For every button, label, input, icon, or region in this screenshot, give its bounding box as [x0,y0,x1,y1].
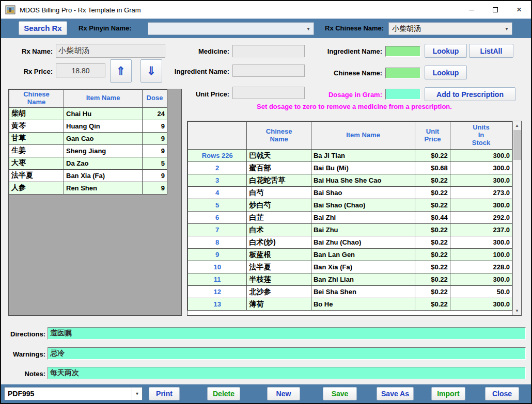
list-all-button[interactable]: ListAll [469,44,513,58]
item-name-cell: Bo He [311,298,415,311]
add-to-prescription-button[interactable]: Add to Prescription [425,87,515,101]
scrollbar-thumb[interactable] [513,130,521,160]
vertical-scrollbar[interactable]: ▲ ▼ [512,121,521,315]
chinese-name-cell: 大枣 [9,157,64,169]
rx-chinese-label: Rx Chinese Name: [325,19,384,38]
printer-combo[interactable]: PDF995 ▾ [4,387,143,400]
row-number-cell: 12 [188,286,247,298]
medicine-row[interactable]: 2 蜜百部 Bai Bu (Mi) $0.68 300.0 [188,162,512,174]
rx-pinyin-label: Rx Pinyin Name: [79,19,132,38]
new-button[interactable]: New [267,387,300,400]
close-button[interactable]: × [507,1,531,19]
price-up-button[interactable]: ⇑ [110,59,132,83]
chinese-name-cell: 柴胡 [9,107,64,120]
medicine-header-row: Chinese Name Item Name Unit Price Units … [188,122,512,150]
prescription-row[interactable]: 人参 Ren Shen 9 [9,182,167,194]
prescription-row[interactable]: 法半夏 Ban Xia (Fa) 9 [9,169,167,182]
item-name-cell: Bei Sha Shen [311,286,415,298]
prescription-row[interactable]: 柴胡 Chai Hu 24 [9,107,167,120]
chinese-name-cell: 板蓝根 [247,249,311,261]
import-button[interactable]: Import [431,387,465,400]
medicine-row[interactable]: 3 白花蛇舌草 Bai Hua She She Cao $0.22 300.0 [188,174,512,187]
window-title: MDOS Billing Pro - Rx Template in Gram [20,6,141,14]
unit-price-cell: $0.22 [415,236,450,249]
units-in-stock-cell: 300.0 [450,273,512,286]
scroll-up-icon[interactable]: ▲ [513,121,521,130]
medicine-row[interactable]: 8 白术(炒) Bai Zhu (Chao) $0.22 300.0 [188,236,512,249]
directions-input[interactable] [48,327,526,340]
dose-cell: 9 [143,132,167,144]
save-as-button[interactable]: Save As [377,387,414,400]
dosage-input[interactable] [385,89,420,100]
rx-chinese-combo[interactable]: 小柴胡汤 ▾ [388,22,512,35]
chevron-down-icon: ▾ [303,26,314,31]
minimize-button[interactable]: ─ [460,1,483,19]
chinese-lookup-button[interactable]: Lookup [425,66,467,79]
medicine-row[interactable]: 13 薄荷 Bo He $0.22 300.0 [188,298,512,311]
item-name-cell: Gan Cao [64,132,143,144]
price-down-button[interactable]: ⇓ [140,59,162,83]
item-name-cell: Bai Shao [311,187,415,199]
medicine-row[interactable]: 12 北沙参 Bei Sha Shen $0.22 50.0 [188,286,512,298]
chinese-name-cell: 蜜百部 [247,162,311,174]
prescription-row[interactable]: 黄芩 Huang Qin 9 [9,120,167,132]
row-number-cell: 7 [188,224,247,236]
chinese-name-cell: 生姜 [9,144,64,157]
dose-cell: 9 [143,169,167,182]
rx-pinyin-combo[interactable]: ▾ [148,22,314,35]
units-in-stock-cell: 300.0 [450,150,512,162]
medicine-col-item-name[interactable]: Item Name [311,122,415,150]
medicine-row[interactable]: Rows 226 巴戟天 Ba Ji Tian $0.22 300.0 [188,150,512,162]
up-arrow-icon: ⇑ [116,64,126,77]
item-name-cell: Huang Qin [64,120,143,132]
save-button[interactable]: Save [323,387,357,400]
ingredient-lookup-button[interactable]: Lookup [425,44,467,58]
medicine-col-chinese-name[interactable]: Chinese Name [247,122,311,150]
scroll-down-icon[interactable]: ▼ [513,306,521,315]
delete-button[interactable]: Delete [207,387,240,400]
units-in-stock-cell: 300.0 [450,174,512,187]
warnings-input[interactable] [48,347,526,360]
medicine-input [232,45,305,57]
row-number-cell: Rows 226 [188,150,247,162]
item-name-cell: Ren Shen [64,182,143,194]
prescription-col-chinese-name[interactable]: Chinese Name [9,90,64,108]
close-window-button[interactable]: Close [485,387,519,400]
row-number-cell: 2 [188,162,247,174]
medicine-row[interactable]: 11 半枝莲 Ban Zhi Lian $0.22 300.0 [188,273,512,286]
chinese-name-lookup-input[interactable] [385,68,420,78]
medicine-row[interactable]: 5 炒白芍 Bai Shao (Chao) $0.22 300.0 [188,199,512,212]
prescription-row[interactable]: 生姜 Sheng Jiang 9 [9,144,167,157]
item-name-cell: Bai Hua She She Cao [311,174,415,187]
print-button[interactable]: Print [149,387,180,400]
unit-price-cell: $0.22 [415,286,450,298]
chevron-down-icon: ▾ [502,26,512,31]
chinese-name-cell: 白术(炒) [247,236,311,249]
ingredient-lookup-input[interactable] [385,46,420,57]
chinese-name-cell: 甘草 [9,132,64,144]
prescription-col-item-name[interactable]: Item Name [64,90,143,108]
prescription-row[interactable]: 甘草 Gan Cao 9 [9,132,167,144]
search-rx-button[interactable]: Search Rx [19,21,67,35]
rx-name-input [56,44,165,58]
notes-input[interactable] [48,367,526,379]
medicine-col-unit-price[interactable]: Unit Price [415,122,450,150]
dose-cell: 9 [143,120,167,132]
unit-price-cell: $0.22 [415,187,450,199]
chinese-name-cell: 黄芩 [9,120,64,132]
medicine-row[interactable]: 9 板蓝根 Ban Lan Gen $0.22 100.0 [188,249,512,261]
footer-bar: PDF995 ▾ Print Delete New Save Save As I… [1,384,531,403]
prescription-col-dose[interactable]: Dose [143,90,167,108]
dose-cell: 5 [143,157,167,169]
medicine-row[interactable]: 6 白芷 Bai Zhi $0.44 292.0 [188,212,512,224]
medicine-row[interactable]: 7 白术 Bai Zhu $0.22 237.0 [188,224,512,236]
prescription-row[interactable]: 大枣 Da Zao 5 [9,157,167,169]
row-number-cell: 6 [188,212,247,224]
medicine-row[interactable]: 4 白芍 Bai Shao $0.22 273.0 [188,187,512,199]
maximize-button[interactable] [483,1,507,19]
chinese-name-cell: 白术 [247,224,311,236]
units-in-stock-cell: 300.0 [450,236,512,249]
item-name-cell: Bai Bu (Mi) [311,162,415,174]
medicine-col-units-in-stock[interactable]: Units In Stock [450,122,512,150]
medicine-row[interactable]: 10 法半夏 Ban Xia (Fa) $0.22 228.0 [188,261,512,273]
